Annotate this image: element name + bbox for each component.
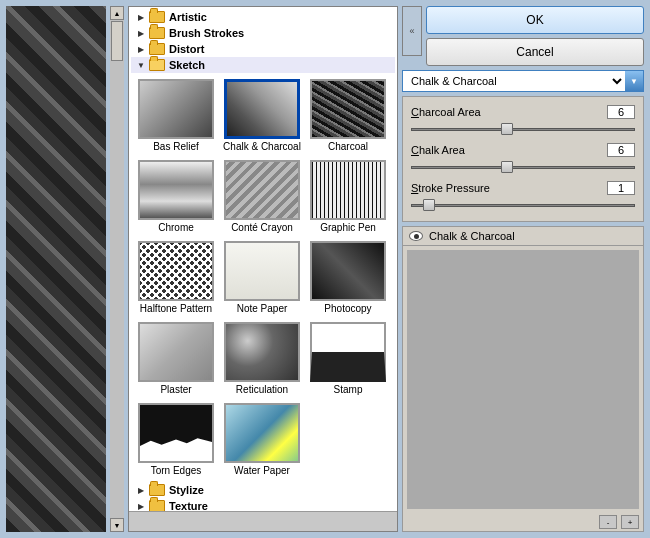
category-sketch[interactable]: ▼ Sketch [131, 57, 395, 73]
thumb-bas-relief [138, 79, 214, 139]
category-label-texture: Texture [169, 500, 208, 511]
expand-arrow-stylize: ▶ [135, 484, 147, 496]
thumb-label-chrome: Chrome [158, 222, 194, 233]
filter-item-graphic-pen[interactable]: Graphic Pen [307, 158, 389, 235]
charcoal-area-track [411, 128, 635, 131]
main-container: ▲ ▼ ▶ Artistic ▶ Brush Strokes ▶ [0, 0, 650, 538]
filter-item-bas-relief[interactable]: Bas Relief [135, 77, 217, 154]
preview-image [6, 6, 106, 532]
filter-item-water-paper[interactable]: Water Paper [221, 401, 303, 478]
preview-zoom-in-button[interactable]: + [621, 515, 639, 529]
expand-arrow-artistic: ▶ [135, 11, 147, 23]
category-brush-strokes[interactable]: ▶ Brush Strokes [131, 25, 395, 41]
category-label-stylize: Stylize [169, 484, 204, 496]
thumb-label-plaster: Plaster [160, 384, 191, 395]
charcoal-area-label: Charcoal Area [411, 106, 481, 118]
filter-item-stamp[interactable]: Stamp [307, 320, 389, 397]
preview-controls: - + [403, 513, 643, 531]
chalk-area-label-row: Chalk Area [411, 143, 635, 157]
filter-item-halftone[interactable]: Halftone Pattern [135, 239, 217, 316]
category-distort[interactable]: ▶ Distort [131, 41, 395, 57]
left-scrollbar: ▲ ▼ [110, 6, 124, 532]
filter-select-row: Chalk & Charcoal Charcoal Chrome Conté C… [402, 70, 644, 92]
category-texture[interactable]: ▶ Texture [131, 498, 395, 511]
thumb-label-reticulation: Reticulation [236, 384, 288, 395]
preview-label: Chalk & Charcoal [429, 230, 515, 242]
thumb-torn-edges [138, 403, 214, 463]
ok-button[interactable]: OK [426, 6, 644, 34]
folder-icon-brush [149, 27, 165, 39]
category-label-sketch: Sketch [169, 59, 205, 71]
thumb-graphic-pen [310, 160, 386, 220]
expand-arrow-distort: ▶ [135, 43, 147, 55]
thumb-conte [224, 160, 300, 220]
charcoal-area-thumb[interactable] [501, 123, 513, 135]
thumb-label-graphic-pen: Graphic Pen [320, 222, 376, 233]
stroke-pressure-value[interactable] [607, 181, 635, 195]
expand-arrow-texture: ▶ [135, 500, 147, 511]
chalk-area-row: Chalk Area [411, 143, 635, 175]
folder-icon-distort [149, 43, 165, 55]
action-buttons: OK Cancel [426, 6, 644, 66]
folder-icon-texture [149, 500, 165, 511]
stroke-pressure-thumb[interactable] [423, 199, 435, 211]
category-label-distort: Distort [169, 43, 204, 55]
thumb-charcoal [310, 79, 386, 139]
category-stylize[interactable]: ▶ Stylize [131, 482, 395, 498]
category-label-brush: Brush Strokes [169, 27, 244, 39]
scrollbar-track[interactable] [110, 20, 124, 518]
stroke-pressure-label: Stroke Pressure [411, 182, 490, 194]
chalk-area-thumb[interactable] [501, 161, 513, 173]
filter-item-note-paper[interactable]: Note Paper [221, 239, 303, 316]
chalk-area-slider[interactable] [411, 159, 635, 175]
filter-dropdown-arrow[interactable]: ▼ [625, 71, 643, 91]
chalk-area-label: Chalk Area [411, 144, 465, 156]
cancel-button[interactable]: Cancel [426, 38, 644, 66]
top-action-row: « OK Cancel [402, 6, 644, 66]
thumb-label-halftone: Halftone Pattern [140, 303, 212, 314]
chalk-area-value[interactable] [607, 143, 635, 157]
thumb-reticulation [224, 322, 300, 382]
eye-icon[interactable] [409, 231, 423, 241]
filter-select-wrapper[interactable]: Chalk & Charcoal Charcoal Chrome Conté C… [402, 70, 644, 92]
preview-canvas [407, 250, 639, 509]
chalk-area-track [411, 166, 635, 169]
folder-icon-artistic [149, 11, 165, 23]
filter-item-conte-crayon[interactable]: Conté Crayon [221, 158, 303, 235]
charcoal-area-value[interactable] [607, 105, 635, 119]
expand-arrow-brush: ▶ [135, 27, 147, 39]
thumb-label-charcoal: Charcoal [328, 141, 368, 152]
thumb-photocopy [310, 241, 386, 301]
filter-list[interactable]: ▶ Artistic ▶ Brush Strokes ▶ Distort ▼ S… [129, 7, 397, 511]
thumb-label-photocopy: Photocopy [324, 303, 371, 314]
stroke-pressure-row: Stroke Pressure [411, 181, 635, 213]
collapse-panel-button[interactable]: « [402, 6, 422, 56]
image-preview-panel [6, 6, 106, 532]
filter-item-charcoal[interactable]: Charcoal [307, 77, 389, 154]
scroll-down-arrow[interactable]: ▼ [110, 518, 124, 532]
filter-item-torn-edges[interactable]: Torn Edges [135, 401, 217, 478]
thumb-label-water-paper: Water Paper [234, 465, 290, 476]
filter-panel-bottom [129, 511, 397, 531]
thumbnails-grid: Bas Relief Chalk & Charcoal Charcoal Chr… [131, 73, 395, 482]
layer-preview-section: Chalk & Charcoal - + [402, 226, 644, 532]
filter-item-photocopy[interactable]: Photocopy [307, 239, 389, 316]
filter-item-plaster[interactable]: Plaster [135, 320, 217, 397]
preview-zoom-out-button[interactable]: - [599, 515, 617, 529]
filter-item-reticulation[interactable]: Reticulation [221, 320, 303, 397]
charcoal-area-slider[interactable] [411, 121, 635, 137]
filter-item-chalk-charcoal[interactable]: Chalk & Charcoal [221, 77, 303, 154]
thumb-note-paper [224, 241, 300, 301]
charcoal-area-label-row: Charcoal Area [411, 105, 635, 119]
category-artistic[interactable]: ▶ Artistic [131, 9, 395, 25]
filter-select[interactable]: Chalk & Charcoal Charcoal Chrome Conté C… [403, 71, 625, 91]
thumb-plaster [138, 322, 214, 382]
thumb-label-note-paper: Note Paper [237, 303, 288, 314]
scroll-up-arrow[interactable]: ▲ [110, 6, 124, 20]
charcoal-area-row: Charcoal Area [411, 105, 635, 137]
settings-panel: Charcoal Area Chalk Area [402, 96, 644, 222]
filter-item-chrome[interactable]: Chrome [135, 158, 217, 235]
scrollbar-thumb[interactable] [111, 21, 123, 61]
folder-icon-stylize [149, 484, 165, 496]
stroke-pressure-slider[interactable] [411, 197, 635, 213]
